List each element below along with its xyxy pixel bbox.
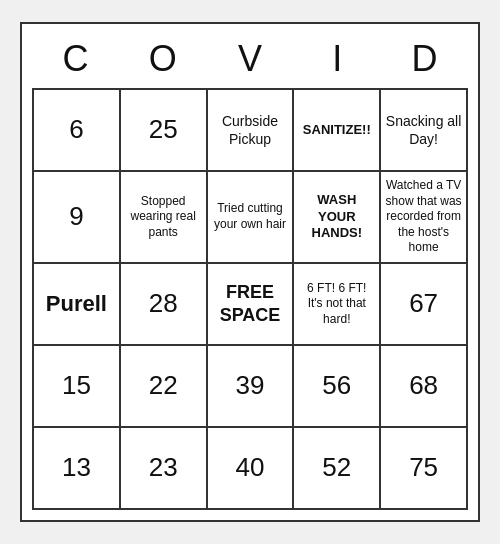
bingo-cell-r1-c1: Stopped wearing real pants <box>121 172 208 264</box>
bingo-cell-r1-c0: 9 <box>34 172 121 264</box>
bingo-cell-r2-c0: Purell <box>34 264 121 346</box>
bingo-cell-r2-c2: FREE SPACE <box>208 264 295 346</box>
bingo-cell-r1-c4: Watched a TV show that was recorded from… <box>381 172 468 264</box>
header-letter: D <box>381 34 468 84</box>
header-letter: I <box>294 34 381 84</box>
bingo-cell-r1-c2: Tried cutting your own hair <box>208 172 295 264</box>
bingo-cell-r1-c3: WASH YOUR HANDS! <box>294 172 381 264</box>
bingo-cell-r3-c2: 39 <box>208 346 295 428</box>
bingo-cell-r3-c3: 56 <box>294 346 381 428</box>
bingo-header: COVID <box>32 34 468 84</box>
bingo-cell-r4-c2: 40 <box>208 428 295 510</box>
header-letter: O <box>119 34 206 84</box>
bingo-cell-r4-c1: 23 <box>121 428 208 510</box>
header-letter: C <box>32 34 119 84</box>
bingo-cell-r2-c1: 28 <box>121 264 208 346</box>
header-letter: V <box>206 34 293 84</box>
bingo-cell-r2-c4: 67 <box>381 264 468 346</box>
bingo-cell-r2-c3: 6 FT! 6 FT! It's not that hard! <box>294 264 381 346</box>
bingo-grid: 625Curbside PickupSANITIZE!!Snacking all… <box>32 88 468 510</box>
bingo-cell-r4-c3: 52 <box>294 428 381 510</box>
bingo-cell-r0-c4: Snacking all Day! <box>381 90 468 172</box>
bingo-cell-r0-c2: Curbside Pickup <box>208 90 295 172</box>
bingo-cell-r0-c1: 25 <box>121 90 208 172</box>
bingo-card: COVID 625Curbside PickupSANITIZE!!Snacki… <box>20 22 480 522</box>
bingo-cell-r0-c3: SANITIZE!! <box>294 90 381 172</box>
bingo-cell-r4-c4: 75 <box>381 428 468 510</box>
bingo-cell-r3-c4: 68 <box>381 346 468 428</box>
bingo-cell-r3-c0: 15 <box>34 346 121 428</box>
bingo-cell-r0-c0: 6 <box>34 90 121 172</box>
bingo-cell-r4-c0: 13 <box>34 428 121 510</box>
bingo-cell-r3-c1: 22 <box>121 346 208 428</box>
